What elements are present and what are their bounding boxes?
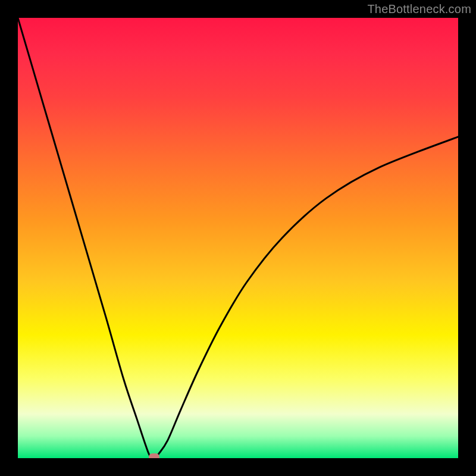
watermark-text: TheBottleneck.com (367, 2, 471, 16)
plot-area (18, 18, 458, 458)
min-point-marker (149, 453, 159, 458)
bottleneck-curve (18, 18, 458, 458)
chart-frame: TheBottleneck.com (0, 0, 476, 476)
